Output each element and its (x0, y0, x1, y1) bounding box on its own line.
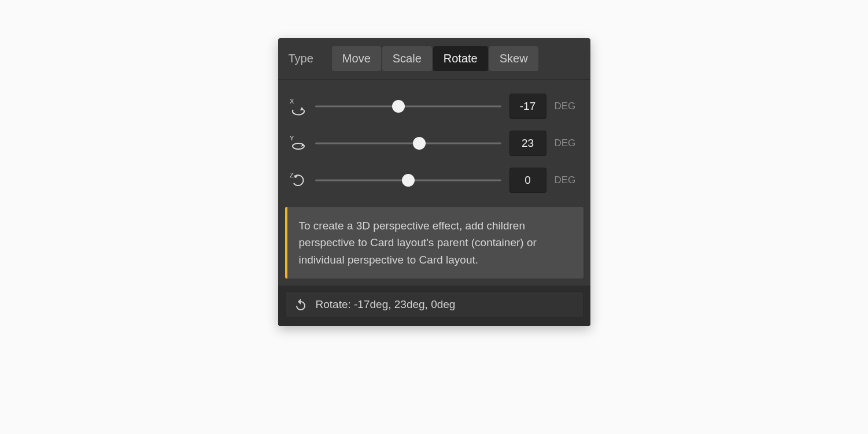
rotate-x-icon: X (289, 97, 307, 116)
tab-move[interactable]: Move (332, 46, 381, 71)
svg-text:X: X (290, 98, 294, 105)
rotate-y-row: Y 23 DEG (289, 125, 580, 162)
rotate-x-value[interactable]: -17 (509, 94, 546, 119)
sliders-section: X -17 DEG Y (278, 80, 590, 205)
type-tab-row: Type Move Scale Rotate Skew (278, 38, 590, 80)
svg-text:Y: Y (290, 135, 294, 142)
rotate-x-thumb[interactable] (392, 100, 405, 113)
rotate-x-slider[interactable] (315, 99, 501, 113)
rotate-z-icon: Z (289, 171, 307, 190)
reset-icon[interactable] (294, 298, 308, 311)
rotate-y-value[interactable]: 23 (509, 131, 546, 156)
svg-text:Z: Z (290, 172, 294, 179)
rotate-z-value[interactable]: 0 (509, 168, 546, 193)
perspective-hint: To create a 3D perspective effect, add c… (285, 207, 583, 279)
tab-skew[interactable]: Skew (489, 46, 538, 71)
rotate-y-icon: Y (289, 134, 307, 153)
tab-rotate[interactable]: Rotate (433, 46, 488, 71)
rotate-y-slider[interactable] (315, 136, 501, 150)
rotate-y-thumb[interactable] (413, 137, 426, 150)
transform-summary[interactable]: Rotate: -17deg, 23deg, 0deg (285, 291, 583, 318)
rotate-x-row: X -17 DEG (289, 88, 580, 125)
tab-scale[interactable]: Scale (382, 46, 432, 71)
rotate-x-unit: DEG (555, 101, 580, 112)
rotate-z-slider[interactable] (315, 173, 501, 187)
rotate-z-unit: DEG (555, 175, 580, 186)
rotate-y-unit: DEG (555, 138, 580, 149)
transform-summary-text: Rotate: -17deg, 23deg, 0deg (316, 298, 456, 311)
rotate-z-row: Z 0 DEG (289, 162, 580, 199)
transform-panel: Type Move Scale Rotate Skew X -17 DEG (278, 38, 590, 326)
type-tab-group: Move Scale Rotate Skew (332, 46, 538, 71)
summary-bar: Rotate: -17deg, 23deg, 0deg (278, 285, 590, 326)
perspective-hint-text: To create a 3D perspective effect, add c… (299, 220, 537, 266)
type-label: Type (289, 52, 313, 65)
rotate-z-thumb[interactable] (402, 174, 415, 187)
